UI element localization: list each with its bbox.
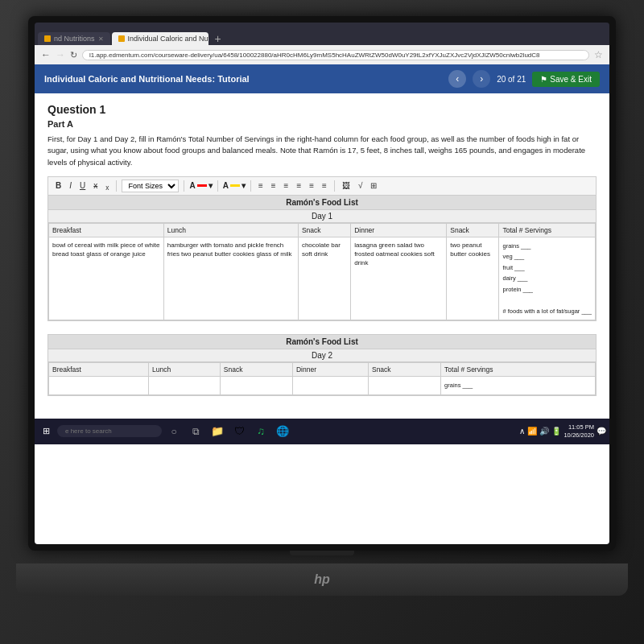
align-right-button[interactable]: ≡ (320, 180, 329, 191)
part-label: Part A (47, 119, 597, 129)
tab-active-label: Individual Caloric and Nutritions (128, 35, 208, 43)
snack2-cell[interactable]: two peanut butter cookies (447, 237, 499, 320)
day2-dinner-cell[interactable] (292, 377, 368, 395)
next-page-button[interactable]: › (473, 70, 490, 88)
back-button[interactable]: ← (41, 49, 51, 60)
subscript-button[interactable]: x (103, 180, 111, 192)
underline-button[interactable]: U (77, 180, 88, 191)
clock-date: 10/26/2020 (564, 431, 594, 440)
page-indicator: 20 of 21 (497, 75, 526, 84)
question-title: Question 1 (47, 103, 597, 116)
day2-snack2-cell[interactable] (368, 377, 440, 395)
highlight-color-bar (230, 184, 240, 187)
taskbar-explorer-icon[interactable]: 📁 (208, 422, 227, 441)
align-left-button[interactable]: ≡ (294, 180, 303, 191)
day2-label: Day 2 (48, 349, 596, 362)
network-icon[interactable]: 📶 (527, 427, 537, 436)
tab-close-inactive[interactable]: ✕ (98, 35, 104, 43)
day2-header-snack1: Snack (220, 363, 292, 377)
day2-servings-content: grains ___ (444, 380, 592, 391)
font-color-arrow[interactable]: ▾ (208, 181, 213, 190)
font-size-select[interactable]: Font Sizes (122, 180, 179, 192)
table-button[interactable]: ⊞ (368, 180, 379, 191)
forward-button[interactable]: → (56, 49, 65, 60)
formula-button[interactable]: √ (356, 180, 365, 191)
breakfast-cell[interactable]: bowl of cereal with milk piece of white … (49, 237, 164, 320)
address-bar-row: ← → ↻ l1.app.edmentum.com/courseware-del… (35, 45, 609, 64)
clock-time: 11:05 PM (564, 423, 594, 431)
taskbar-shield-icon[interactable]: 🛡 (229, 422, 249, 441)
app-header: Individual Caloric and Nutritional Needs… (35, 64, 609, 93)
tab-favicon-inactive (44, 35, 51, 42)
day2-header-breakfast: Breakfast (49, 363, 149, 377)
day2-snack1-cell[interactable] (220, 377, 292, 395)
day2-header-total-servings: Total # Servings (441, 363, 596, 377)
table-row: bowl of cereal with milk piece of white … (49, 237, 596, 320)
taskbar-cortana-icon[interactable]: ○ (164, 422, 184, 441)
taskbar-task-view-icon[interactable]: ⧉ (186, 422, 205, 441)
taskbar: ⊞ ○ ⧉ 📁 🛡 ♫ (35, 419, 609, 444)
tab-active[interactable]: Individual Caloric and Nutritions ✕ (112, 32, 208, 45)
highlight-color-button[interactable]: A ▾ (223, 181, 246, 190)
start-button[interactable]: ⊞ (38, 424, 55, 438)
hp-logo: hp (314, 572, 330, 587)
servings-cell[interactable]: grains ___ veg ___ fruit ___ dairy ___ p… (499, 237, 596, 320)
dinner-cell[interactable]: lasagna green salad two frosted oatmeal … (351, 237, 447, 320)
refresh-button[interactable]: ↻ (70, 50, 77, 60)
day2-header-lunch: Lunch (149, 363, 221, 377)
list-ul-button[interactable]: ≡ (256, 180, 266, 191)
prev-page-button[interactable]: ‹ (448, 70, 466, 88)
day2-header-snack2: Snack (368, 363, 440, 377)
align-center-button[interactable]: ≡ (307, 180, 316, 191)
bookmark-icon[interactable]: ☆ (594, 49, 603, 60)
save-exit-button[interactable]: ⚑ Save & Exit (532, 72, 600, 87)
day2-table-wrapper: Ramón's Food List Day 2 Breakfast Lunch … (47, 334, 597, 396)
tab-favicon-active (118, 35, 125, 42)
toolbar-separator-5 (334, 180, 335, 192)
tab-inactive-label: nd Nutritions (54, 35, 95, 43)
image-button[interactable]: 🖼 (340, 180, 353, 191)
servings-content: grains ___ veg ___ fruit ___ dairy ___ p… (502, 241, 592, 317)
day2-lunch-cell[interactable] (149, 377, 221, 395)
volume-icon[interactable]: 🔊 (539, 427, 549, 436)
font-color-button[interactable]: A ▾ (189, 181, 212, 190)
tray-up-icon[interactable]: ∧ (519, 427, 525, 436)
day1-table-wrapper: Ramón's Food List Day 1 Breakfast Lunch … (47, 195, 597, 322)
snack1-cell[interactable]: chocolate bar soft drink (298, 237, 350, 320)
header-lunch: Lunch (163, 223, 298, 237)
bold-button[interactable]: B (53, 180, 64, 191)
lunch-cell[interactable]: hamburger with tomato and pickle french … (163, 237, 298, 320)
browser-tabs: nd Nutritions ✕ Individual Caloric and N… (35, 23, 609, 45)
list-ol-button[interactable]: ≡ (269, 180, 279, 191)
taskbar-spotify-icon[interactable]: ♫ (251, 422, 270, 441)
day2-table-title: Ramón's Food List (48, 335, 596, 349)
day2-breakfast-cell[interactable] (49, 377, 149, 395)
taskbar-browser-icon[interactable]: 🌐 (273, 422, 292, 441)
day1-table-title: Ramón's Food List (48, 196, 596, 210)
laptop-base: hp (16, 564, 628, 596)
main-content: Question 1 Part A First, for Day 1 and D… (35, 93, 609, 419)
battery-icon[interactable]: 🔋 (551, 427, 561, 436)
indent-button[interactable]: ≡ (282, 180, 291, 191)
day2-header-row: Breakfast Lunch Snack Dinner Snack Total… (49, 363, 596, 377)
day2-servings-cell[interactable]: grains ___ (441, 377, 596, 395)
browser-content: Individual Caloric and Nutritional Needs… (35, 64, 609, 544)
day1-label: Day 1 (48, 210, 596, 223)
day1-food-table: Breakfast Lunch Snack Dinner Snack Total… (48, 223, 596, 321)
italic-button[interactable]: I (67, 180, 74, 191)
toolbar-separator-3 (217, 180, 218, 192)
tab-inactive[interactable]: nd Nutritions ✕ (38, 32, 110, 45)
system-tray: ∧ 📶 🔊 🔋 11:05 PM 10/26/2020 💬 (519, 423, 606, 440)
notification-icon[interactable]: 💬 (597, 427, 606, 436)
strikethrough-button[interactable]: x (91, 180, 100, 191)
highlight-color-arrow[interactable]: ▾ (242, 181, 246, 190)
font-color-label: A (189, 181, 195, 190)
screen-notch (290, 551, 354, 555)
url-input[interactable]: l1.app.edmentum.com/courseware-delivery/… (82, 50, 589, 60)
editor-toolbar: B I U x x Font Sizes A ▾ (47, 176, 597, 195)
save-exit-label: Save & Exit (550, 75, 592, 84)
clock[interactable]: 11:05 PM 10/26/2020 (564, 423, 594, 440)
toolbar-separator-1 (116, 180, 117, 192)
taskbar-search[interactable] (57, 425, 162, 437)
add-tab-button[interactable]: + (210, 32, 226, 45)
